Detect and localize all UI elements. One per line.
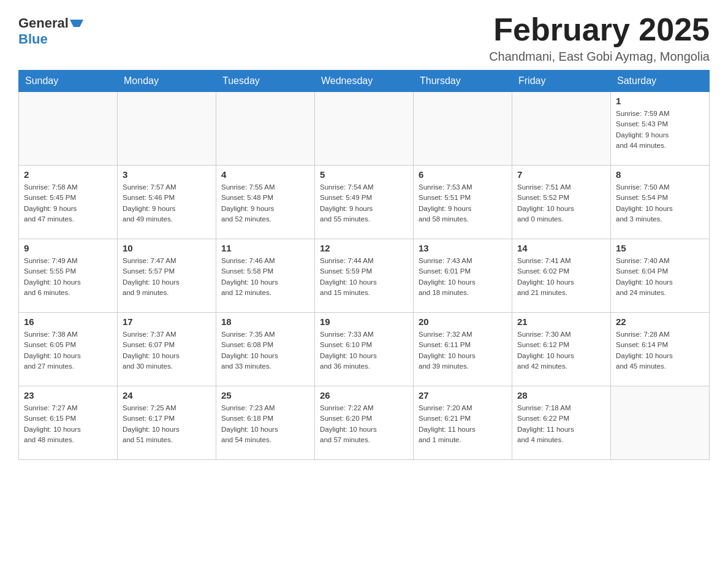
calendar-cell <box>414 92 512 166</box>
day-info: Sunrise: 7:40 AM Sunset: 6:04 PM Dayligh… <box>616 256 704 298</box>
calendar-cell: 6Sunrise: 7:53 AM Sunset: 5:51 PM Daylig… <box>414 166 512 239</box>
calendar-cell: 1Sunrise: 7:59 AM Sunset: 5:43 PM Daylig… <box>611 92 710 166</box>
day-number: 25 <box>221 390 309 400</box>
calendar-cell: 18Sunrise: 7:35 AM Sunset: 6:08 PM Dayli… <box>216 313 315 386</box>
day-info: Sunrise: 7:41 AM Sunset: 6:02 PM Dayligh… <box>517 256 605 298</box>
logo-icon <box>70 16 83 29</box>
day-number: 26 <box>320 390 408 400</box>
day-info: Sunrise: 7:27 AM Sunset: 6:15 PM Dayligh… <box>24 403 112 445</box>
calendar-cell: 11Sunrise: 7:46 AM Sunset: 5:58 PM Dayli… <box>216 239 315 313</box>
day-number: 27 <box>419 390 507 400</box>
calendar-header-row: SundayMondayTuesdayWednesdayThursdayFrid… <box>19 71 710 92</box>
day-info: Sunrise: 7:44 AM Sunset: 5:59 PM Dayligh… <box>320 256 408 298</box>
day-number: 16 <box>24 316 112 327</box>
calendar-cell: 2Sunrise: 7:58 AM Sunset: 5:45 PM Daylig… <box>19 166 118 239</box>
day-number: 13 <box>419 243 507 253</box>
day-info: Sunrise: 7:35 AM Sunset: 6:08 PM Dayligh… <box>221 329 309 372</box>
calendar-table: SundayMondayTuesdayWednesdayThursdayFrid… <box>18 70 710 460</box>
calendar-cell: 8Sunrise: 7:50 AM Sunset: 5:54 PM Daylig… <box>611 166 710 239</box>
calendar-week-row: 16Sunrise: 7:38 AM Sunset: 6:05 PM Dayli… <box>19 313 710 386</box>
calendar-cell: 3Sunrise: 7:57 AM Sunset: 5:46 PM Daylig… <box>118 166 216 239</box>
day-info: Sunrise: 7:23 AM Sunset: 6:18 PM Dayligh… <box>221 403 309 445</box>
day-number: 3 <box>123 169 211 180</box>
day-number: 20 <box>419 316 507 327</box>
day-info: Sunrise: 7:47 AM Sunset: 5:57 PM Dayligh… <box>123 256 211 298</box>
page-header: General Blue February 2025 Chandmani, Ea… <box>18 12 710 64</box>
calendar-cell: 17Sunrise: 7:37 AM Sunset: 6:07 PM Dayli… <box>118 313 216 386</box>
day-number: 23 <box>24 390 112 400</box>
title-section: February 2025 Chandmani, East Gobi Aymag… <box>489 12 710 64</box>
day-number: 4 <box>221 169 309 180</box>
calendar-cell: 15Sunrise: 7:40 AM Sunset: 6:04 PM Dayli… <box>611 239 710 313</box>
day-info: Sunrise: 7:32 AM Sunset: 6:11 PM Dayligh… <box>419 329 507 372</box>
day-info: Sunrise: 7:46 AM Sunset: 5:58 PM Dayligh… <box>221 256 309 298</box>
day-info: Sunrise: 7:59 AM Sunset: 5:43 PM Dayligh… <box>616 109 704 151</box>
day-of-week-header: Saturday <box>611 71 710 92</box>
day-info: Sunrise: 7:49 AM Sunset: 5:55 PM Dayligh… <box>24 256 112 298</box>
day-number: 28 <box>517 390 605 400</box>
day-info: Sunrise: 7:50 AM Sunset: 5:54 PM Dayligh… <box>616 182 704 224</box>
logo: General Blue <box>18 15 83 47</box>
calendar-cell: 24Sunrise: 7:25 AM Sunset: 6:17 PM Dayli… <box>118 386 216 460</box>
calendar-cell: 28Sunrise: 7:18 AM Sunset: 6:22 PM Dayli… <box>512 386 611 460</box>
day-number: 5 <box>320 169 408 180</box>
day-number: 15 <box>616 243 704 253</box>
day-of-week-header: Sunday <box>19 71 118 92</box>
calendar-week-row: 2Sunrise: 7:58 AM Sunset: 5:45 PM Daylig… <box>19 166 710 239</box>
day-info: Sunrise: 7:54 AM Sunset: 5:49 PM Dayligh… <box>320 182 408 224</box>
calendar-cell: 4Sunrise: 7:55 AM Sunset: 5:48 PM Daylig… <box>216 166 315 239</box>
calendar-cell: 16Sunrise: 7:38 AM Sunset: 6:05 PM Dayli… <box>19 313 118 386</box>
calendar-cell: 13Sunrise: 7:43 AM Sunset: 6:01 PM Dayli… <box>414 239 512 313</box>
month-title: February 2025 <box>489 12 710 47</box>
calendar-week-row: 1Sunrise: 7:59 AM Sunset: 5:43 PM Daylig… <box>19 92 710 166</box>
svg-marker-0 <box>70 20 83 27</box>
day-number: 7 <box>517 169 605 180</box>
day-number: 10 <box>123 243 211 253</box>
day-of-week-header: Monday <box>118 71 216 92</box>
calendar-cell: 21Sunrise: 7:30 AM Sunset: 6:12 PM Dayli… <box>512 313 611 386</box>
day-number: 24 <box>123 390 211 400</box>
day-number: 11 <box>221 243 309 253</box>
calendar-cell: 10Sunrise: 7:47 AM Sunset: 5:57 PM Dayli… <box>118 239 216 313</box>
calendar-cell <box>19 92 118 166</box>
day-info: Sunrise: 7:55 AM Sunset: 5:48 PM Dayligh… <box>221 182 309 224</box>
day-number: 22 <box>616 316 704 327</box>
day-info: Sunrise: 7:38 AM Sunset: 6:05 PM Dayligh… <box>24 329 112 372</box>
day-info: Sunrise: 7:57 AM Sunset: 5:46 PM Dayligh… <box>123 182 211 224</box>
calendar-cell <box>512 92 611 166</box>
day-info: Sunrise: 7:30 AM Sunset: 6:12 PM Dayligh… <box>517 329 605 372</box>
calendar-cell <box>118 92 216 166</box>
calendar-cell <box>216 92 315 166</box>
calendar-week-row: 9Sunrise: 7:49 AM Sunset: 5:55 PM Daylig… <box>19 239 710 313</box>
day-of-week-header: Wednesday <box>315 71 414 92</box>
day-info: Sunrise: 7:33 AM Sunset: 6:10 PM Dayligh… <box>320 329 408 372</box>
day-info: Sunrise: 7:22 AM Sunset: 6:20 PM Dayligh… <box>320 403 408 445</box>
day-info: Sunrise: 7:43 AM Sunset: 6:01 PM Dayligh… <box>419 256 507 298</box>
calendar-cell: 26Sunrise: 7:22 AM Sunset: 6:20 PM Dayli… <box>315 386 414 460</box>
calendar-cell: 19Sunrise: 7:33 AM Sunset: 6:10 PM Dayli… <box>315 313 414 386</box>
day-of-week-header: Tuesday <box>216 71 315 92</box>
day-info: Sunrise: 7:53 AM Sunset: 5:51 PM Dayligh… <box>419 182 507 224</box>
calendar-cell: 12Sunrise: 7:44 AM Sunset: 5:59 PM Dayli… <box>315 239 414 313</box>
logo-blue-text: Blue <box>18 31 48 47</box>
day-of-week-header: Thursday <box>414 71 512 92</box>
day-number: 17 <box>123 316 211 327</box>
calendar-cell <box>611 386 710 460</box>
day-of-week-header: Friday <box>512 71 611 92</box>
day-number: 18 <box>221 316 309 327</box>
day-info: Sunrise: 7:18 AM Sunset: 6:22 PM Dayligh… <box>517 403 605 445</box>
calendar-cell: 20Sunrise: 7:32 AM Sunset: 6:11 PM Dayli… <box>414 313 512 386</box>
calendar-cell: 7Sunrise: 7:51 AM Sunset: 5:52 PM Daylig… <box>512 166 611 239</box>
day-info: Sunrise: 7:58 AM Sunset: 5:45 PM Dayligh… <box>24 182 112 224</box>
day-number: 12 <box>320 243 408 253</box>
day-number: 6 <box>419 169 507 180</box>
calendar-cell: 27Sunrise: 7:20 AM Sunset: 6:21 PM Dayli… <box>414 386 512 460</box>
calendar-cell: 23Sunrise: 7:27 AM Sunset: 6:15 PM Dayli… <box>19 386 118 460</box>
day-info: Sunrise: 7:20 AM Sunset: 6:21 PM Dayligh… <box>419 403 507 445</box>
day-number: 1 <box>616 96 704 106</box>
day-info: Sunrise: 7:25 AM Sunset: 6:17 PM Dayligh… <box>123 403 211 445</box>
day-number: 19 <box>320 316 408 327</box>
calendar-cell: 22Sunrise: 7:28 AM Sunset: 6:14 PM Dayli… <box>611 313 710 386</box>
day-info: Sunrise: 7:37 AM Sunset: 6:07 PM Dayligh… <box>123 329 211 372</box>
location-title: Chandmani, East Gobi Aymag, Mongolia <box>489 50 710 64</box>
